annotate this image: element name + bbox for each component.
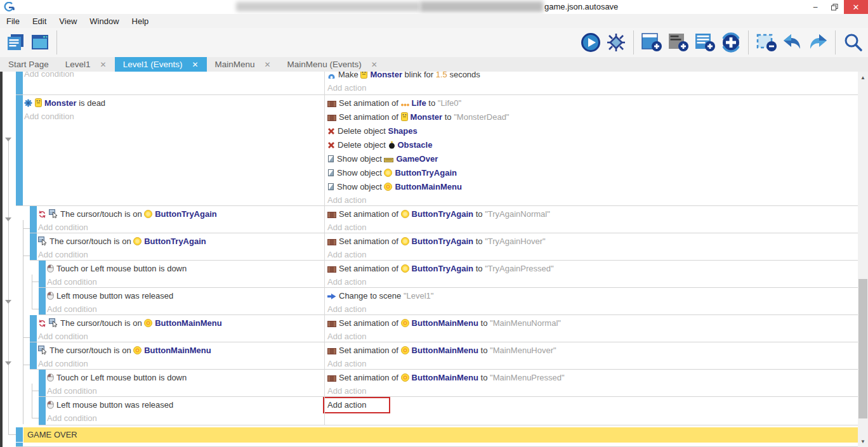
collapse-arrow-icon[interactable]	[5, 138, 11, 141]
add-condition-link[interactable]: Add condition	[38, 330, 324, 342]
actions-cell[interactable]: Set animation of ButtonMainMenu to "Main…	[327, 371, 855, 397]
add-condition-link[interactable]: Add condition	[47, 385, 324, 397]
add-special-event-icon[interactable]	[721, 32, 741, 53]
event-row[interactable]: The cursor/touch is on ButtonTryAgainAdd…	[0, 233, 858, 261]
event-row[interactable]: The cursor/touch is on ButtonTryAgainAdd…	[0, 206, 858, 233]
event-row[interactable]: Touch or Left mouse button is downAdd co…	[0, 261, 858, 288]
add-action-link[interactable]: Add action	[327, 358, 855, 370]
tab-mainmenu-events-[interactable]: MainMenu (Events)✕	[279, 57, 386, 72]
actions-cell[interactable]: Set animation of ButtonMainMenu to "Main…	[327, 316, 855, 342]
play-icon[interactable]	[581, 32, 601, 53]
event-selector-bar[interactable]	[30, 342, 37, 369]
add-condition-link[interactable]: Add condition	[38, 358, 324, 370]
project-manager-icon[interactable]	[6, 33, 25, 52]
event-row[interactable]: The cursor/touch is on ButtonMainMenuAdd…	[0, 342, 858, 370]
actions-cell[interactable]: Set animation of ButtonTryAgain to "TryA…	[327, 207, 855, 233]
debug-icon[interactable]	[606, 32, 626, 53]
scrollbar-thumb[interactable]	[858, 279, 867, 418]
add-condition-link[interactable]: Add condition	[38, 221, 324, 233]
tab-close-icon[interactable]: ✕	[192, 60, 198, 69]
action-line[interactable]: Set animation of ButtonMainMenu to "Main…	[327, 316, 855, 330]
event-selector-bar[interactable]	[16, 427, 23, 442]
event-row[interactable]: Touch or Left mouse button is downAdd co…	[0, 370, 858, 397]
conditions-cell[interactable]: Monster is deadAdd condition	[24, 96, 324, 122]
event-selector-bar[interactable]	[16, 95, 23, 205]
conditions-cell[interactable]: Left mouse button was releasedAdd condit…	[47, 398, 324, 424]
action-line[interactable]: Change to scene "Level1"	[327, 289, 855, 303]
conditions-cell[interactable]: The cursor/touch is on ButtonMainMenuAdd…	[38, 316, 324, 342]
add-action-link[interactable]: Add action	[327, 385, 855, 397]
actions-cell[interactable]: Set animation of ButtonTryAgain to "TryA…	[327, 262, 855, 288]
action-line[interactable]: Set animation of ButtonMainMenu to "Main…	[327, 344, 855, 358]
tab-close-icon[interactable]: ✕	[100, 60, 107, 69]
conditions-cell[interactable]: Left mouse button was releasedAdd condit…	[47, 289, 324, 315]
actions-cell[interactable]: Set animation of ButtonTryAgain to "TryA…	[327, 235, 855, 261]
action-line[interactable]: Show object ButtonMainMenu	[327, 180, 855, 194]
tab-mainmenu[interactable]: MainMenu✕	[207, 57, 279, 72]
add-action-link[interactable]: Add action	[327, 221, 855, 233]
action-line[interactable]: Set animation of Life to "Life0"	[327, 96, 855, 110]
collapse-arrow-icon[interactable]	[5, 361, 11, 365]
action-line[interactable]: Set animation of ButtonMainMenu to "Main…	[327, 371, 855, 385]
search-icon[interactable]	[843, 32, 863, 53]
actions-cell[interactable]: Set animation of ButtonMainMenu to "Main…	[327, 344, 855, 370]
conditions-cell[interactable]: The cursor/touch is on ButtonTryAgainAdd…	[38, 207, 324, 233]
remove-event-icon[interactable]	[756, 32, 777, 53]
add-condition-link[interactable]: Add condition	[47, 412, 324, 424]
add-event-icon[interactable]	[641, 32, 662, 53]
actions-cell[interactable]: Make Monster blink for 1.5 secondsAdd ac…	[327, 72, 855, 94]
conditions-cell[interactable]: Touch or Left mouse button is downAdd co…	[47, 262, 324, 288]
action-line[interactable]: Make Monster blink for 1.5 seconds	[327, 72, 855, 82]
menu-item-edit[interactable]: Edit	[26, 16, 53, 26]
event-row[interactable]: Left mouse button was releasedAdd condit…	[0, 397, 858, 425]
maximize-button[interactable]	[825, 0, 844, 14]
conditions-cell[interactable]: Add condition	[24, 72, 324, 80]
condition-line[interactable]: Touch or Left mouse button is down	[47, 262, 324, 276]
add-subevent-icon[interactable]	[694, 32, 716, 53]
tab-close-icon[interactable]: ✕	[371, 60, 378, 69]
actions-cell[interactable]: Set animation of Life to "Life0"Set anim…	[327, 96, 855, 206]
add-action-link[interactable]: Add action	[327, 194, 855, 206]
condition-line[interactable]: The cursor/touch is on ButtonTryAgain	[38, 207, 324, 221]
event-row[interactable]: Add conditionMake Monster blink for 1.5 …	[0, 72, 858, 95]
condition-line[interactable]: The cursor/touch is on ButtonTryAgain	[38, 235, 324, 249]
actions-cell[interactable]: Add action	[327, 398, 855, 410]
condition-line[interactable]: Monster is dead	[24, 96, 324, 110]
menu-item-help[interactable]: Help	[126, 16, 155, 26]
add-action-link[interactable]: Add action	[327, 249, 855, 261]
action-line[interactable]: Show object GameOver	[327, 152, 855, 166]
add-condition-link[interactable]: Add condition	[47, 303, 324, 315]
vertical-scrollbar[interactable]: ▲ ▼	[858, 72, 868, 447]
conditions-cell[interactable]: Touch or Left mouse button is downAdd co…	[47, 371, 324, 397]
conditions-cell[interactable]: The cursor/touch is on ButtonTryAgainAdd…	[38, 235, 324, 261]
add-condition-link[interactable]: Add condition	[47, 276, 324, 288]
action-line[interactable]: Set animation of Monster to "MonsterDead…	[327, 110, 855, 124]
condition-line[interactable]: Touch or Left mouse button is down	[47, 371, 324, 385]
action-line[interactable]: Set animation of ButtonTryAgain to "TryA…	[327, 207, 855, 221]
tab-level1-events-[interactable]: Level1 (Events)✕	[115, 57, 207, 72]
action-line[interactable]: Show object ButtonTryAgain	[327, 166, 855, 180]
menu-item-view[interactable]: View	[53, 16, 83, 26]
add-action-link[interactable]: Add action	[327, 276, 855, 288]
scroll-up-arrow-icon[interactable]: ▲	[858, 73, 868, 82]
event-row[interactable]	[0, 443, 858, 447]
close-button[interactable]: ✕	[844, 0, 868, 14]
collapse-arrow-icon[interactable]	[5, 217, 11, 221]
event-selector-bar[interactable]	[39, 261, 46, 287]
tab-level1[interactable]: Level1✕	[57, 57, 115, 72]
event-selector-bar[interactable]	[39, 288, 46, 314]
event-row[interactable]: The cursor/touch is on ButtonMainMenuAdd…	[0, 315, 858, 342]
collapse-arrow-icon[interactable]	[5, 300, 11, 304]
condition-line[interactable]: Left mouse button was released	[47, 398, 324, 412]
event-row[interactable]: Left mouse button was releasedAdd condit…	[0, 288, 858, 315]
add-action-link[interactable]: Add action	[327, 82, 855, 94]
conditions-cell[interactable]: The cursor/touch is on ButtonMainMenuAdd…	[38, 344, 324, 370]
minimize-button[interactable]: –	[806, 0, 825, 14]
comment-text[interactable]: GAME OVER	[23, 427, 858, 443]
event-selector-bar[interactable]	[16, 72, 23, 94]
menu-item-window[interactable]: Window	[83, 16, 125, 26]
actions-cell[interactable]: Change to scene "Level1"Add action	[327, 289, 855, 315]
condition-line[interactable]: Left mouse button was released	[47, 289, 324, 303]
event-selector-bar[interactable]	[30, 315, 37, 342]
undo-icon[interactable]	[782, 32, 803, 53]
